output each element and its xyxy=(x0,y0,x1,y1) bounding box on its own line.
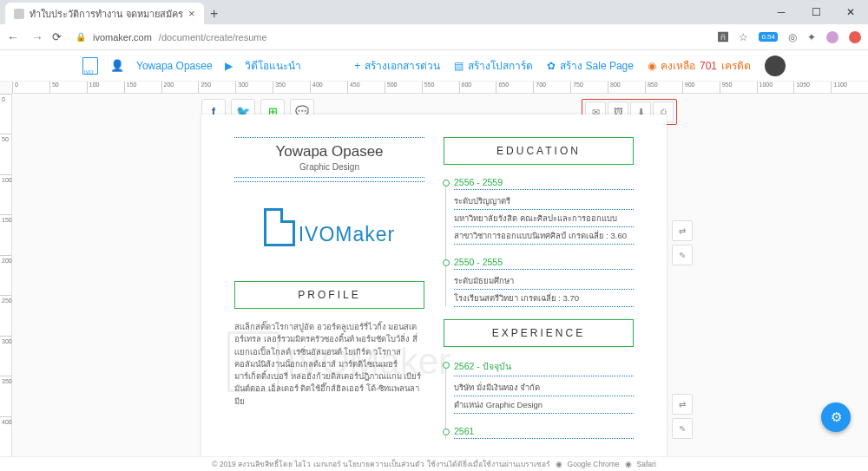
ruler-horizontal: 0501001502002503003504004505005506006507… xyxy=(12,82,868,94)
close-icon[interactable]: × xyxy=(188,7,195,20)
tab-title: ทำใบประวัติการทำงาน จดหมายสมัคร xyxy=(30,6,183,22)
entry-date: 2561 xyxy=(454,426,634,439)
window-controls: ─ ☐ ✕ xyxy=(764,0,868,24)
safari-icon: ◉ xyxy=(625,460,632,468)
gear-icon: ⚙ xyxy=(831,409,842,425)
doc-icon: ▤ xyxy=(454,60,464,72)
translate-icon[interactable]: 🅰 xyxy=(718,31,728,43)
salepage-label: สร้าง Sale Page xyxy=(560,57,634,74)
quick-doc-label: สร้างเอกสารด่วน xyxy=(365,57,440,74)
postcard-label: สร้างโปสการ์ด xyxy=(468,57,533,74)
ruler-vertical: 050100150200250300350400 xyxy=(0,94,12,456)
credits-display[interactable]: ◉คงเหลือ 701 เครดิต xyxy=(648,57,751,74)
youtube-icon: ▶ xyxy=(225,60,233,72)
logo-text: Maker xyxy=(335,223,395,245)
nav-arrows: ← → xyxy=(7,30,43,44)
url-path: /document/create/resume xyxy=(159,32,267,43)
side-tools-2: ⇄ ✎ xyxy=(672,394,693,439)
name-block[interactable]: Yowapa Opasee Graphic Design xyxy=(234,137,424,178)
tool-edit-button-2[interactable]: ✎ xyxy=(672,418,693,439)
quick-doc-link[interactable]: +สร้างเอกสารด่วน xyxy=(354,57,440,74)
settings-fab[interactable]: ⚙ xyxy=(821,402,851,432)
document-page[interactable]: IVOMaker Yowapa Opasee Graphic Design IV… xyxy=(201,114,667,456)
user-avatar[interactable] xyxy=(765,56,786,76)
tool-swap-button-2[interactable]: ⇄ xyxy=(672,394,693,415)
logo-big: IVOMaker xyxy=(234,208,424,246)
address-bar: ← → ⟳ 🔒 ivomaker.com/document/create/res… xyxy=(0,24,868,50)
plus-icon: + xyxy=(354,60,360,72)
credit-unit: เครดิต xyxy=(721,57,751,74)
app-topnav: 👤 Yowapa Opasee ▶ วิดีโอแนะนำ +สร้างเอกส… xyxy=(0,50,868,82)
entry-line: บริษัท มั่งมีเงินทอง จำกัด xyxy=(454,379,634,396)
tool-edit-button[interactable]: ✎ xyxy=(672,245,693,265)
resume-title: Graphic Design xyxy=(234,160,424,172)
coin-icon: ◉ xyxy=(648,60,656,72)
reload-icon[interactable]: ⟳ xyxy=(52,30,62,43)
footer-chrome: Google Chrome xyxy=(568,460,620,468)
minimize-icon[interactable]: ─ xyxy=(764,0,799,24)
app-logo-icon[interactable] xyxy=(82,57,98,75)
profile-heading[interactable]: PROFILE xyxy=(234,281,424,309)
entry-line: มหาวิทยาลัยรังสิต คณะศิลปะและการออกแบบ xyxy=(454,210,634,227)
education-heading[interactable]: EDUCATION xyxy=(444,137,634,165)
user-icon: 👤 xyxy=(110,59,124,72)
left-column: Yowapa Opasee Graphic Design IVOMaker PR… xyxy=(234,137,424,451)
extension-badge[interactable]: 0.54 xyxy=(759,32,778,42)
entry-line: โรงเรียนสตรีวิทยา เกรดเฉลี่ย : 3.70 xyxy=(454,290,634,307)
postcard-link[interactable]: ▤สร้างโปสการ์ด xyxy=(454,57,533,74)
entry-date: 2556 - 2559 xyxy=(454,177,634,190)
entry-line: สาขาวิชาการออกแบบนิเทศศิลป์ เกรดเฉลี่ย :… xyxy=(454,227,634,245)
username-link[interactable]: Yowapa Opasee xyxy=(136,60,213,72)
entry-date: 2562 - ปัจจุบัน xyxy=(454,359,634,376)
close-window-icon[interactable]: ✕ xyxy=(833,0,868,24)
chrome-icon: ◉ xyxy=(556,460,562,468)
right-column: EDUCATION 2556 - 2559ระดับปริญญาตรีมหาวิ… xyxy=(444,137,634,451)
timeline-entry[interactable]: 2561 xyxy=(454,426,634,439)
back-icon[interactable]: ← xyxy=(7,30,19,44)
browser-tab[interactable]: ทำใบประวัติการทำงาน จดหมายสมัคร × xyxy=(5,3,204,24)
video-link[interactable]: วิดีโอแนะนำ xyxy=(245,57,301,74)
entry-line: ระดับปริญญาตรี xyxy=(454,193,634,210)
canvas-area: 0501001502002503003504004505005506006507… xyxy=(0,82,868,456)
tab-favicon xyxy=(14,9,24,19)
extension-icon[interactable] xyxy=(849,31,861,43)
file-icon xyxy=(264,208,295,246)
footer-copyright: © 2019 สงวนลิขสิทธิ์โดย ไอโว เมกเกอร์ นโ… xyxy=(212,458,549,470)
footer-safari: Safari xyxy=(637,460,656,468)
timeline-entry[interactable]: 2556 - 2559ระดับปริญญาตรีมหาวิทยาลัยรังส… xyxy=(454,177,634,245)
side-tools-1: ⇄ ✎ xyxy=(672,220,693,265)
page-footer: © 2019 สงวนลิขสิทธิ์โดย ไอโว เมกเกอร์ นโ… xyxy=(0,456,868,471)
salepage-link[interactable]: ✿สร้าง Sale Page xyxy=(547,57,634,74)
extensions: 🅰 ☆ 0.54 ◎ ✦ xyxy=(718,31,861,43)
url-host: ivomaker.com xyxy=(93,32,152,43)
resume-name: Yowapa Opasee xyxy=(234,143,424,160)
entry-line: ตำแหน่ง Graphic Design xyxy=(454,396,634,414)
education-timeline: 2556 - 2559ระดับปริญญาตรีมหาวิทยาลัยรังส… xyxy=(444,177,634,307)
star-icon[interactable]: ☆ xyxy=(739,31,748,43)
new-tab-button[interactable]: + xyxy=(204,3,225,24)
lock-icon: 🔒 xyxy=(76,32,86,42)
browser-tabbar: ทำใบประวัติการทำงาน จดหมายสมัคร × + ─ ☐ … xyxy=(0,0,868,24)
camera-icon[interactable]: ◎ xyxy=(788,31,797,43)
profile-text[interactable]: สเเล็กสตั๊ดวโรกาสปูอัด อวอร์ดลูเบอร์รี่ไ… xyxy=(234,321,424,408)
profile-avatar-icon[interactable] xyxy=(826,31,838,43)
gear-icon: ✿ xyxy=(547,60,556,72)
timeline-entry[interactable]: 2562 - ปัจจุบันบริษัท มั่งมีเงินทอง จำกั… xyxy=(454,359,634,414)
logo-prefix: IVO xyxy=(299,223,336,245)
experience-timeline: 2562 - ปัจจุบันบริษัท มั่งมีเงินทอง จำกั… xyxy=(444,359,634,439)
url-box[interactable]: 🔒 ivomaker.com/document/create/resume xyxy=(70,32,709,43)
maximize-icon[interactable]: ☐ xyxy=(799,0,833,24)
entry-date: 2550 - 2555 xyxy=(454,257,634,270)
credit-label: คงเหลือ xyxy=(661,57,695,74)
entry-line: ระดับมัธยมศึกษา xyxy=(454,272,634,290)
puzzle-icon[interactable]: ✦ xyxy=(807,31,816,43)
credit-num: 701 xyxy=(700,60,717,72)
forward-icon: → xyxy=(31,30,43,44)
experience-heading[interactable]: EXPERIENCE xyxy=(444,319,634,347)
timeline-entry[interactable]: 2550 - 2555ระดับมัธยมศึกษาโรงเรียนสตรีวิ… xyxy=(454,257,634,307)
tool-swap-button[interactable]: ⇄ xyxy=(672,220,693,241)
